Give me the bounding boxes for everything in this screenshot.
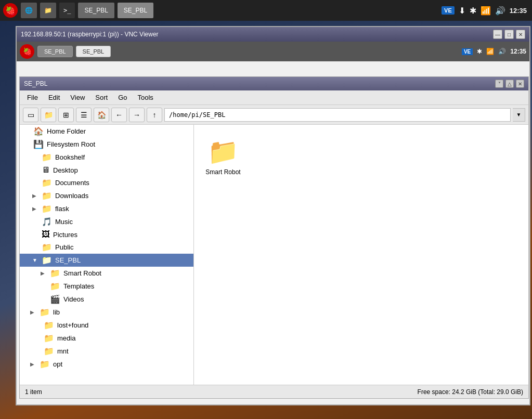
sidebar-downloads-label: Downloads [55,192,88,200]
inner-tab-1[interactable]: SE_PBL [37,46,73,57]
vnc-title: 192.168.89.50:1 (raspberrypi:1 (pi)) - V… [21,31,493,38]
vnc-minimize-button[interactable]: — [493,30,502,39]
templates-icon: 📁 [50,281,60,291]
flask-icon: 📁 [42,204,52,214]
vnc-titlebar: 192.168.89.50:1 (raspberrypi:1 (pi)) - V… [17,27,529,42]
taskbar-left: 🍓 🌐 📁 >_ SE_PBL SE_PBL [0,3,157,18]
sidebar-item-lost-found[interactable]: 📁 lost+found [20,319,193,332]
sidebar-item-bookshelf[interactable]: 📁 Bookshelf [20,151,193,164]
taskbar-right: VE ⬇ ✱ 📶 🔊 12:35 [436,6,532,16]
downloads-icon: 📁 [42,191,52,201]
inner-tab-1-label: SE_PBL [44,48,66,55]
sidebar-item-opt[interactable]: ▶ 📁 opt [20,358,193,371]
menu-sort[interactable]: Sort [91,92,112,103]
sidebar-item-media[interactable]: 📁 media [20,332,193,345]
sidebar-opt-label: opt [53,360,62,368]
fm-titlebar: SE_PBL ˅ △ ✕ [20,77,528,90]
menu-go[interactable]: Go [114,92,131,103]
icon-view-button[interactable]: ⊞ [58,108,74,122]
sidebar-bookshelf-label: Bookshelf [55,153,85,161]
fm-minimize-button[interactable]: ˅ [495,80,503,88]
inner-vnc-icon: VE [462,48,473,55]
sidebar-public-label: Public [55,243,73,251]
inner-raspberry-icon[interactable]: 🍓 [20,44,34,59]
sidebar-filesystem-root[interactable]: 💾 Filesystem Root [20,138,193,151]
smart-robot-arrow: ▶ [41,270,47,276]
list-view-button[interactable]: ☰ [76,108,92,122]
address-dropdown[interactable]: ▼ [513,108,525,122]
address-bar[interactable] [164,108,511,122]
inner-tab-2[interactable]: SE_PBL [76,46,111,57]
public-icon: 📁 [42,242,52,252]
mnt-icon: 📁 [44,346,54,356]
videos-icon: 🎬 [50,294,60,304]
sidebar-music-label: Music [55,218,73,226]
taskbar-tab-1-label: SE_PBL [84,7,108,14]
vnc-icon: VE [442,6,455,15]
vnc-close-button[interactable]: ✕ [516,30,525,39]
fm-title-controls: ˅ △ ✕ [495,80,524,88]
folder-button[interactable]: 📁 [40,3,56,18]
sidebar-item-pictures[interactable]: 🖼 Pictures [20,228,193,241]
documents-icon: 📁 [42,178,52,188]
sidebar-item-flask[interactable]: ▶ 📁 flask [20,202,193,215]
file-item-smart-robot[interactable]: 📁 Smart Robot [202,133,244,180]
fm-statusbar: 1 item Free space: 24.2 GiB (Total: 29.0… [20,385,528,398]
lost-found-icon: 📁 [44,320,54,330]
panel-toggle-button[interactable]: ▭ [23,108,38,122]
sidebar-home-folder[interactable]: 🏠 Home Folder [20,125,193,138]
download-icon: ⬇ [459,6,465,16]
vnc-maximize-button[interactable]: □ [504,30,514,39]
smart-robot-icon: 📁 [50,268,60,278]
home-button[interactable]: 🏠 [94,108,109,122]
wifi-icon: 📶 [481,6,491,16]
home-folder-icon: 🏠 [33,126,44,136]
bluetooth-icon: ✱ [470,6,476,16]
file-manager-window: SE_PBL ˅ △ ✕ File Edit View Sort Go Tool… [19,76,529,399]
sidebar-templates-label: Templates [63,282,94,290]
back-button[interactable]: ← [111,108,127,122]
globe-button[interactable]: 🌐 [21,3,37,18]
sidebar-item-lib[interactable]: ▶ 📁 lib [20,306,193,319]
clock: 12:35 [510,7,527,15]
sidebar-item-music[interactable]: 🎵 Music [20,215,193,228]
parent-folder-button[interactable]: 📁 [41,108,56,122]
raspberry-icon[interactable]: 🍓 [3,3,18,18]
sidebar-item-se-pbl[interactable]: ▼ 📁 SE_PBL [20,254,193,267]
menu-view[interactable]: View [66,92,89,103]
vnc-window: 192.168.89.50:1 (raspberrypi:1 (pi)) - V… [16,26,530,405]
opt-icon: 📁 [40,359,50,369]
inner-tab-2-label: SE_PBL [83,48,105,55]
sidebar-item-documents[interactable]: 📁 Documents [20,176,193,189]
sidebar-lib-label: lib [53,308,60,316]
vnc-controls: — □ ✕ [493,30,525,39]
sidebar-item-templates[interactable]: 📁 Templates [20,280,193,293]
sidebar-item-mnt[interactable]: 📁 mnt [20,345,193,358]
sidebar-se-pbl-label: SE_PBL [55,256,81,264]
sidebar-desktop-label: Desktop [53,166,78,174]
filesystem-root-icon: 💾 [33,139,44,149]
menu-file[interactable]: File [23,92,42,103]
sidebar-item-smart-robot[interactable]: ▶ 📁 Smart Robot [20,267,193,280]
sidebar-item-public[interactable]: 📁 Public [20,241,193,254]
fm-maximize-button[interactable]: △ [505,80,514,88]
desktop-icon: 🖥 [42,165,50,175]
menu-tools[interactable]: Tools [134,92,158,103]
up-button[interactable]: ↑ [147,108,162,122]
audio-icon: 🔊 [495,6,505,16]
sidebar-filesystem-root-label: Filesystem Root [47,140,95,148]
inner-bluetooth: ✱ [477,48,482,55]
terminal-button[interactable]: >_ [59,3,75,18]
sidebar-item-desktop[interactable]: 🖥 Desktop [20,164,193,176]
fm-close-button[interactable]: ✕ [516,80,524,88]
forward-button[interactable]: → [129,108,145,122]
inner-clock: 12:35 [510,48,526,55]
sidebar-item-downloads[interactable]: ▶ 📁 Downloads [20,189,193,202]
bookshelf-icon: 📁 [42,152,52,162]
taskbar-tab-1[interactable]: SE_PBL [78,3,114,18]
taskbar: 🍓 🌐 📁 >_ SE_PBL SE_PBL VE ⬇ ✱ 📶 🔊 12:35 [0,0,532,21]
sidebar-item-videos[interactable]: 🎬 Videos [20,293,193,306]
menu-edit[interactable]: Edit [44,92,64,103]
sidebar-lost-found-label: lost+found [57,321,88,329]
taskbar-tab-2[interactable]: SE_PBL [118,3,153,18]
